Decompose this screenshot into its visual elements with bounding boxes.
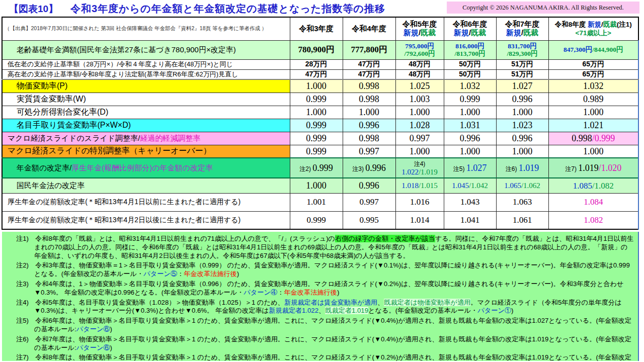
table-cell: 47万円	[343, 59, 395, 69]
cell-line: 1.016	[396, 197, 444, 207]
table-cell: 0.999	[290, 132, 343, 145]
text-segment: 1.022	[401, 168, 419, 176]
table-cell: 0.996	[444, 132, 496, 145]
text-segment: /844,900円	[592, 46, 623, 53]
table-row: 実質賃金変動率(W)0.9990.9981.0030.9990.9960.989	[2, 93, 638, 106]
cell-line: 0.999	[290, 94, 343, 104]
cell-line: 1.000	[497, 146, 548, 156]
cell-line: 1.003	[396, 94, 444, 104]
table-cell: 0.997	[343, 145, 395, 158]
cell-line: 48万円	[396, 70, 444, 78]
row-label: マクロ経済スライドの特別調整率（キャリーオーバー）	[2, 145, 290, 158]
table-cell: 1.021	[548, 119, 638, 132]
column-header: 令和4年度	[343, 17, 395, 40]
text-segment: /1.062	[521, 182, 540, 190]
text-segment: /1.042	[469, 182, 488, 190]
text-segment: /1.019	[419, 168, 438, 176]
table-cell: 28万円	[290, 59, 343, 69]
text-segment: となる。(年金額改定の基本ルール・	[368, 307, 477, 314]
table-cell: 795,000円/792,600円	[395, 40, 444, 59]
table-cell: 0.998	[343, 132, 395, 145]
cell-line: 1.022/1.019	[396, 168, 444, 176]
cell-line: 1.000	[497, 107, 548, 117]
cell-line: <71歳以上>	[549, 29, 638, 37]
table-cell: 51万円	[496, 69, 548, 79]
table-cell: 0.998	[343, 79, 395, 93]
table-cell: 注3) 0.996	[343, 158, 395, 178]
cell-line: 注6) 1.019	[497, 163, 548, 173]
text-segment: /0.999	[592, 133, 615, 143]
cell-line: 注5) 1.027	[444, 163, 496, 173]
text-segment: 1.027	[466, 163, 487, 173]
table-cell: 51万円	[496, 59, 548, 69]
note-item: 注4) 令和5年度は、名目手取り賃金変動率（1.028）＞物価変動率（1.025…	[2, 299, 634, 316]
text-segment: 新規	[588, 21, 601, 28]
cell-line: 0.997	[343, 146, 395, 156]
cell-line: 1.031	[444, 120, 496, 130]
text-segment: 新規	[454, 28, 469, 37]
cell-line: /792,600円	[396, 50, 444, 57]
row-label: 厚生年金の従前額改定率(＊昭和13年4月1日以前に生まれた者に適用する)	[2, 193, 290, 211]
table-row: 可処分所得割合変化率(D)1.0001.0001.0001.0001.0001.…	[2, 106, 638, 119]
table-cell: 1.031	[444, 119, 496, 132]
cell-line: 51万円	[497, 60, 548, 68]
table-cell: 注6) 1.019	[496, 158, 548, 178]
text-segment: /792,600円	[404, 50, 435, 57]
text-segment: 795,000円	[405, 42, 434, 50]
cell-line: 65万円	[549, 60, 638, 68]
cell-line: 令和4年度	[343, 25, 395, 33]
table-cell: 0.999	[290, 211, 343, 229]
row-label: 実質賃金変動率(W)	[2, 93, 290, 106]
cell-line: 0.996	[497, 133, 548, 143]
cell-line: 0.998	[343, 81, 395, 91]
text-segment: /813,700円	[454, 50, 485, 57]
table-cell: 0.998/0.999	[548, 132, 638, 145]
table-row: 厚生年金の従前額改定率(＊昭和13年4月2日以後に生まれた者に適用する)0.99…	[2, 211, 638, 229]
cell-line: 1.023	[497, 120, 548, 130]
text-segment: 1.065	[504, 182, 521, 190]
cell-line: 1.000	[290, 81, 343, 91]
text-segment: 右側の緑字の金額・改定率が該当	[335, 235, 435, 242]
note-item: 注3) 令和4年度は、1＞物価変動率＞名目手取り賃金変動率（0.996） のため…	[2, 280, 634, 297]
text-segment: /1.015	[419, 182, 438, 190]
cell-line: 1.045/1.042	[444, 182, 496, 190]
cell-line: 1.063	[497, 197, 548, 207]
text-segment: 注2) 令和3年度は、物価変動率＝1＞名目手取り賃金変動率（0.999） のため…	[16, 261, 630, 278]
cell-line: 1.032	[549, 81, 638, 91]
table-cell: 1.016	[395, 193, 444, 211]
row-label: 国民年金法の改定率	[2, 178, 290, 193]
cell-line: 1.001	[290, 197, 343, 207]
cell-line: 47万円	[343, 70, 395, 78]
text-segment: マクロ経済スライドの特別調整率（キャリーオーバー）	[8, 146, 211, 155]
table-cell: 780,900円	[290, 40, 343, 59]
cell-line: 0.999	[444, 94, 496, 104]
text-segment: )	[337, 289, 339, 296]
cell-line: 令和8年度 新規/既裁(注1)	[549, 20, 638, 29]
table-cell: 0.995	[343, 211, 395, 229]
cell-line: /813,700円	[444, 50, 496, 57]
cell-line: 1.000	[549, 107, 638, 117]
cell-line: 0.995	[343, 215, 395, 225]
text-segment: 既裁	[523, 28, 538, 37]
text-segment: 1.018	[401, 182, 419, 190]
text-segment: 注6)	[506, 165, 519, 172]
table-cell: 0.997	[343, 193, 395, 211]
cell-line: 831,700円	[497, 42, 548, 50]
text-segment: 物価変動率(P)	[17, 81, 67, 90]
table-cell: 816,000円/813,700円	[444, 40, 496, 59]
cell-line: 1.041	[444, 215, 496, 225]
table-row: 年金額の改定率/厚生年金(報酬比例部分)の年金額の改定率注2) 0.999注3)…	[2, 158, 638, 178]
table-cell: 47万円	[290, 69, 343, 79]
text-segment: パターン⑥	[76, 325, 110, 333]
cell-line: 1.043	[444, 197, 496, 207]
text-segment: 注3)	[352, 165, 365, 172]
text-segment: パターン④	[244, 289, 277, 296]
text-segment: 既裁定者1.019	[325, 307, 368, 314]
table-cell: 1.000	[290, 79, 343, 93]
table-cell: 1.000	[496, 106, 548, 119]
row-label: 老齢基礎年金満額(国民年金法第27条に基づき780,900円×改定率)	[2, 40, 290, 59]
text-segment: 既裁	[471, 28, 486, 37]
cell-line: 令和5年度	[396, 20, 444, 29]
table-cell: 1.045/1.042	[444, 178, 496, 193]
table-cell: 1.063	[496, 193, 548, 211]
